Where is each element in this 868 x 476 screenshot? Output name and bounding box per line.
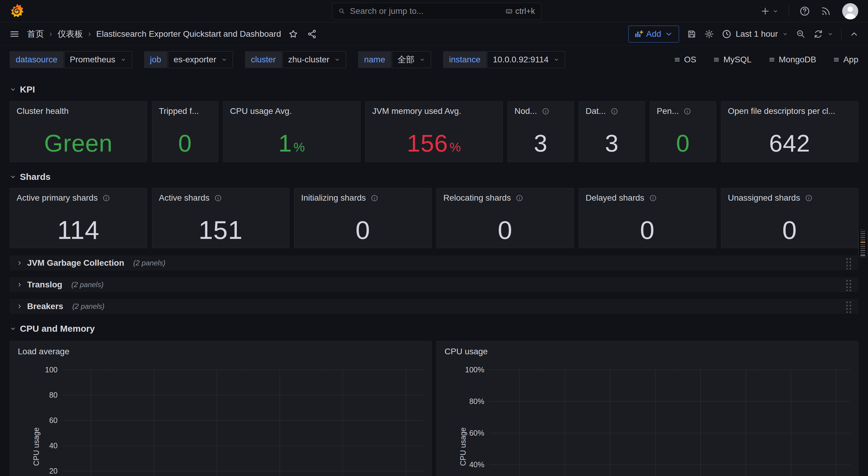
info-icon[interactable] [102,194,110,202]
variable-value-dropdown[interactable]: 全部 [392,51,431,68]
row-title: Translog [27,280,62,289]
panel-title[interactable]: Active shards [159,193,210,203]
dashboard-link-mysql[interactable]: MySQL [713,55,751,64]
collapsed-row-jvm-garbage-collection[interactable]: JVM Garbage Collection (2 panels) [10,255,858,271]
row-panel-count: (2 panels) [71,281,104,289]
y-tick: 100% [465,366,484,374]
new-menu-button[interactable] [761,6,778,16]
variable-job: job es-exporter [144,51,233,68]
stat-value: 0 [676,130,690,157]
stat-value: 1 [278,130,292,157]
time-range-picker[interactable]: Last 1 hour [722,29,788,39]
section-header-kpi[interactable]: KPI [10,84,858,95]
collapsed-row-translog[interactable]: Translog (2 panels) [10,277,858,292]
info-icon[interactable] [805,194,812,202]
breadcrumb-dashboards[interactable]: 仪表板 [58,28,83,40]
panel-title[interactable]: Relocating shards [443,193,511,203]
variable-datasource: datasource Prometheus [10,51,132,68]
panel-title[interactable]: Load average [10,341,77,356]
breadcrumb-home[interactable]: 首页 [27,28,44,40]
drag-handle-icon[interactable] [845,300,852,313]
info-icon[interactable] [214,194,222,202]
chevron-down-icon [782,31,788,37]
panel-title[interactable]: Open file descriptors per cl... [728,106,835,116]
section-header-cpu-and-memory[interactable]: CPU and Memory [10,323,858,335]
list-icon [833,56,840,63]
panel-title[interactable]: Dat... [586,106,606,116]
panel-title[interactable]: Pen... [657,106,679,116]
row-title: JVM Garbage Collection [27,258,124,268]
panel-title[interactable]: Nod... [515,106,537,116]
panel-title[interactable]: Unassigned shards [728,193,800,203]
variable-value-dropdown[interactable]: es-exporter [168,51,233,68]
add-panel-button[interactable]: Add [628,26,679,42]
y-tick: 40% [469,460,484,469]
collapsed-row-breakers[interactable]: Breakers (2 panels) [10,299,858,314]
panel-title[interactable]: Tripped f... [159,106,199,116]
refresh-control[interactable] [813,29,833,39]
favorite-star-icon[interactable] [288,29,298,39]
template-variables: datasource Prometheus job es-exporter cl… [10,51,565,68]
search-input[interactable] [350,6,501,16]
panel-title[interactable]: CPU usage [437,341,495,356]
row-panel-count: (2 panels) [133,259,165,267]
refresh-icon [813,29,823,39]
dashboard-link-os[interactable]: OS [674,55,696,64]
chevron-right-icon [16,303,23,310]
row-title: Breakers [27,302,63,311]
list-icon [674,56,681,63]
info-icon[interactable] [684,107,691,115]
user-avatar[interactable] [841,2,859,20]
panel-title[interactable]: Active primary shards [17,193,98,203]
panel-title[interactable]: Cluster health [17,106,69,116]
dashboard-link-mongodb[interactable]: MongoDB [769,55,816,64]
variable-value-dropdown[interactable]: Prometheus [64,51,132,68]
dashboard-settings-icon[interactable] [704,29,714,39]
dashboard-actions [288,29,317,39]
stat-value: 0 [178,130,192,157]
zoom-out-time-icon[interactable] [796,29,806,39]
save-dashboard-icon[interactable] [687,29,696,39]
variable-value-dropdown[interactable]: 10.0.0.92:9114 [487,51,565,68]
cpu-usage-plot-area[interactable]: CPU usage 100% 80% 60% 40% [490,370,850,476]
dashboard-link-app[interactable]: App [833,55,858,64]
dashboard-links: OS MySQL MongoDB App [674,55,858,64]
variable-cluster: cluster zhu-cluster [245,51,346,68]
panel-title[interactable]: CPU usage Avg. [230,106,292,116]
kpi-panel-row: Cluster health Green Tripped f... 0 CPU … [10,101,858,162]
top-nav-right [761,2,859,20]
panel-title[interactable]: Initializing shards [301,193,366,203]
info-icon[interactable] [371,194,378,202]
breadcrumb-separator: › [88,29,91,38]
drag-handle-icon[interactable] [845,278,852,291]
scrollbar-stripes [861,231,865,241]
chevron-right-icon [16,260,23,266]
section-header-shards[interactable]: Shards [10,171,858,183]
info-icon[interactable] [611,107,618,115]
scrollbar-thumb[interactable] [858,229,867,257]
collapse-toolbar-icon[interactable] [849,29,859,39]
mega-menu-icon[interactable] [9,29,20,39]
stat-unit: % [450,140,461,155]
stat-panel-pending-tasks: Pen... 0 [650,101,716,162]
stat-panel-data-nodes: Dat... 3 [579,101,645,162]
news-rss-icon[interactable] [820,6,831,17]
info-icon[interactable] [542,107,550,115]
variable-value-dropdown[interactable]: zhu-cluster [282,51,346,68]
stat-value: 0 [782,215,797,245]
info-icon[interactable] [516,194,523,202]
load-average-plot-area[interactable]: CPU usage 100 80 60 40 20 [63,370,424,476]
add-visualization-icon [634,30,643,38]
grafana-logo-icon[interactable] [9,3,25,19]
info-icon[interactable] [649,194,657,202]
stat-panel-tripped: Tripped f... 0 [152,101,218,162]
share-icon[interactable] [307,29,317,39]
search-bar[interactable]: ctrl+k [332,3,541,20]
drag-handle-icon[interactable] [845,257,852,269]
shards-panel-row: Active primary shards 114 Active shards … [10,188,858,248]
help-icon[interactable] [799,6,810,17]
search-shortcut: ctrl+k [506,7,535,16]
panel-title[interactable]: Delayed shards [586,193,644,203]
panel-title[interactable]: JVM memory used Avg. [372,106,461,116]
variable-instance: instance 10.0.0.92:9114 [443,51,565,68]
